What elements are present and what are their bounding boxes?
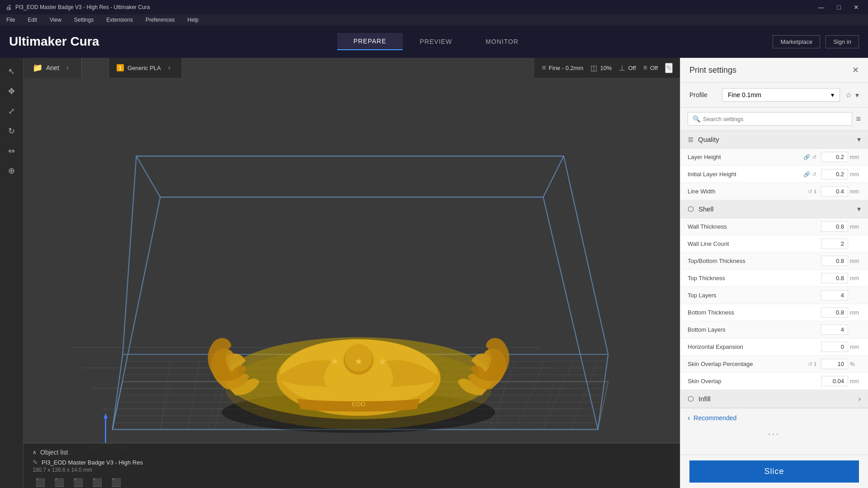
search-input[interactable]: [703, 116, 847, 122]
material-tab[interactable]: 1 Generic PLA ‹: [109, 58, 181, 78]
svg-text:★: ★: [378, 356, 387, 366]
maximize-button[interactable]: □: [834, 3, 844, 12]
line-width-info[interactable]: ℹ: [814, 188, 816, 195]
skin-overlap-reset[interactable]: ↺: [808, 361, 812, 367]
menu-view[interactable]: View: [47, 16, 64, 24]
object-dimensions: 180.7 x 139.6 x 14.0 mm: [33, 467, 671, 473]
profile-expand-button[interactable]: ▾: [855, 91, 859, 99]
bottom-thickness-row: Bottom Thickness mm: [680, 304, 868, 321]
horizontal-expansion-unit: mm: [850, 344, 861, 350]
nav-bar: Ultimaker Cura PREPARE PREVIEW MONITOR M…: [0, 25, 868, 58]
move-tool[interactable]: ✥: [4, 83, 20, 99]
wall-line-count-label: Wall Line Count: [688, 240, 820, 247]
infill-indicator[interactable]: ◫ 10%: [590, 64, 612, 72]
skin-overlap-pct-input[interactable]: [821, 359, 848, 369]
mirror-tool[interactable]: ⇔: [4, 143, 20, 159]
line-width-reset[interactable]: ↺: [808, 188, 812, 195]
menu-file[interactable]: File: [4, 16, 18, 24]
object-action-1[interactable]: ⬛: [33, 477, 48, 488]
close-settings-button[interactable]: ✕: [852, 65, 859, 75]
close-button[interactable]: ✕: [850, 3, 863, 12]
object-list-bar: ∧ Object list ✎ PI3_EOD Master Badge V3 …: [24, 443, 680, 488]
profile-select[interactable]: Fine 0.1mm ▾: [722, 88, 840, 102]
line-width-icons: ↺ ℹ: [808, 188, 816, 195]
line-width-input[interactable]: [821, 186, 848, 197]
minimize-button[interactable]: —: [815, 3, 828, 12]
filter-button[interactable]: ≡: [856, 114, 861, 124]
bottom-layers-row: Bottom Layers: [680, 321, 868, 338]
top-thickness-input[interactable]: [821, 273, 848, 283]
support-tool[interactable]: ⊕: [4, 163, 20, 179]
search-wrap[interactable]: 🔍: [688, 112, 852, 126]
title-bar: 🖨 PI3_EOD Master Badge V3 - High Res - U…: [0, 0, 868, 14]
recommended-bar[interactable]: ‹ Recommended: [680, 408, 868, 427]
quality-section-header[interactable]: ≣ Quality ▾: [680, 131, 868, 149]
select-tool[interactable]: ↖: [4, 63, 20, 80]
printer-tab-arrow[interactable]: ‹: [63, 64, 72, 72]
line-width-row: Line Width ↺ ℹ mm: [680, 183, 868, 200]
skin-overlap-info[interactable]: ℹ: [814, 361, 816, 367]
line-width-label: Line Width: [688, 188, 808, 195]
logo-bold: Cura: [67, 34, 99, 48]
bottom-thickness-input[interactable]: [821, 307, 848, 318]
initial-layer-height-row: Initial Layer Height 🔗 ↺ mm: [680, 166, 868, 183]
scale-tool[interactable]: ⤢: [4, 103, 20, 119]
left-toolbar: ↖ ✥ ⤢ ↻ ⇔ ⊕: [0, 58, 24, 488]
viewport-3d[interactable]: ★ ★ ★ EOD: [24, 78, 680, 488]
shell-section-header[interactable]: ⬡ Shell ▾: [680, 200, 868, 218]
horizontal-expansion-label: Horizontal Expansion: [688, 343, 820, 350]
window-title: PI3_EOD Master Badge V3 - High Res - Ult…: [15, 4, 150, 10]
skin-overlap-label: Skin Overlap: [688, 378, 820, 385]
wall-thickness-input[interactable]: [821, 221, 848, 232]
initial-layer-link[interactable]: 🔗: [803, 171, 810, 178]
adhesion-indicator[interactable]: ≡ Off: [643, 64, 658, 72]
slice-button[interactable]: Slice: [689, 460, 859, 483]
menu-help[interactable]: Help: [185, 16, 202, 24]
initial-layer-height-input[interactable]: [821, 169, 848, 179]
top-layers-input[interactable]: [821, 290, 848, 300]
horizontal-expansion-input[interactable]: [821, 342, 848, 352]
print-settings-edit[interactable]: ✎: [665, 63, 673, 73]
tab-prepare[interactable]: PREPARE: [337, 33, 403, 50]
tab-monitor[interactable]: MONITOR: [469, 33, 535, 50]
wall-line-count-input[interactable]: [821, 239, 848, 249]
object-action-2[interactable]: ⬛: [52, 477, 67, 488]
layer-height-reset[interactable]: ↺: [812, 154, 816, 160]
menu-preferences[interactable]: Preferences: [143, 16, 178, 24]
layer-height-link[interactable]: 🔗: [803, 154, 810, 160]
tab-preview[interactable]: PREVIEW: [404, 33, 469, 50]
object-list-header[interactable]: ∧ Object list: [33, 449, 671, 456]
support-indicator[interactable]: ⊥ Off: [619, 64, 636, 72]
object-action-buttons: ⬛ ⬛ ⬛ ⬛ ⬛: [33, 477, 671, 488]
support-icon: ⊥: [619, 64, 625, 72]
profile-favorite-button[interactable]: ☆: [845, 91, 852, 99]
nav-right: Marketplace Sign in: [773, 35, 859, 48]
signin-button[interactable]: Sign in: [826, 35, 859, 48]
object-action-3[interactable]: ⬛: [71, 477, 86, 488]
skin-overlap-pct-row: Skin Overlap Percentage ↺ ℹ %: [680, 356, 868, 373]
skin-overlap-pct-label: Skin Overlap Percentage: [688, 361, 808, 367]
object-action-4[interactable]: ⬛: [90, 477, 105, 488]
layer-height-input[interactable]: [821, 152, 848, 162]
skin-overlap-input[interactable]: [821, 376, 848, 386]
menu-extensions[interactable]: Extensions: [104, 16, 136, 24]
skin-overlap-icons: ↺ ℹ: [808, 361, 816, 367]
recommended-label: Recommended: [693, 414, 736, 422]
top-bottom-unit: mm: [850, 258, 861, 264]
printer-tab[interactable]: 📁 Anet ‹: [24, 58, 82, 78]
infill-section-header[interactable]: ⬡ Infill ›: [680, 390, 868, 408]
layer-height-label: Layer Height: [688, 154, 803, 160]
top-bottom-thickness-input[interactable]: [821, 256, 848, 266]
marketplace-button[interactable]: Marketplace: [773, 35, 820, 48]
bottom-layers-input[interactable]: [821, 324, 848, 335]
viewport[interactable]: 📁 Anet ‹ 1 Generic PLA ‹ ≡ Fine - 0.2mm …: [24, 58, 680, 488]
infill-section-icon: ⬡: [688, 394, 694, 403]
menu-settings[interactable]: Settings: [71, 16, 96, 24]
profile-indicator[interactable]: ≡ Fine - 0.2mm: [542, 64, 583, 72]
menu-edit[interactable]: Edit: [25, 16, 40, 24]
object-action-5[interactable]: ⬛: [108, 477, 124, 488]
rotate-tool[interactable]: ↻: [4, 123, 20, 139]
material-tab-arrow[interactable]: ‹: [165, 64, 174, 72]
print-settings-panel: Print settings ✕ Profile Fine 0.1mm ▾ ☆ …: [680, 58, 868, 488]
initial-layer-reset[interactable]: ↺: [812, 171, 816, 178]
